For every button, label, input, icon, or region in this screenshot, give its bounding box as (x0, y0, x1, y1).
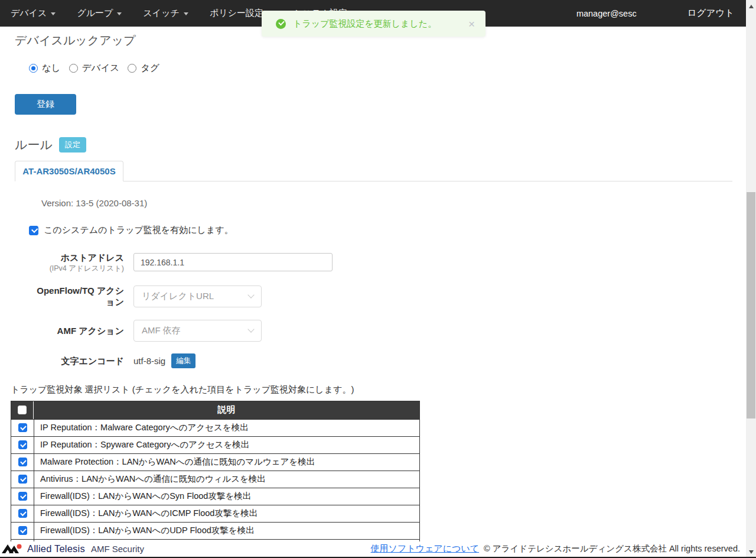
header-check-cell (11, 401, 34, 419)
trap-target-caption: トラップ監視対象 選択リスト (チェックを入れた項目をトラップ監視対象にします。… (11, 384, 746, 395)
table-row: Malware Protection：LANからWANへの通信に既知のマルウェア… (11, 453, 419, 471)
amf-action-select[interactable]: AMF 依存 (133, 320, 262, 342)
encoding-row: 文字エンコード utf-8-sig 編集 (29, 353, 746, 368)
table-header-row: 説明 (11, 401, 419, 419)
row-check-cell (11, 437, 34, 453)
toast-message: トラップ監視設定を更新しました。 (293, 18, 461, 30)
host-address-input[interactable] (133, 253, 333, 271)
nav-right: manager@sesc ログアウト (576, 7, 734, 20)
radio-option-label: なし (42, 62, 61, 74)
table-row: Firewall(IDS)：LANからWANへのICMP Flood攻撃を検出 (11, 505, 419, 522)
main-content: デバイスルックアップ なし デバイス タグ 登録 ルール 設定 AT-AR305… (0, 27, 746, 541)
row-checkbox[interactable] (18, 458, 27, 466)
row-description: Malware Protection：LANからWANへの通信に既知のマルウェア… (34, 454, 419, 471)
footer-right: 使用ソフトウェアについて © アライドテレシスホールディングス株式会社 All … (371, 543, 741, 554)
openflow-action-select[interactable]: リダイレクトURL (133, 286, 262, 307)
row-description: Antivirus：LANからWANへの通信に既知のウィルスを検出 (34, 471, 419, 488)
rule-title: ルール (15, 137, 53, 153)
table-row: Antivirus：LANからWANへの通信に既知のウィルスを検出 (11, 471, 419, 488)
radio-icon[interactable] (128, 64, 136, 73)
row-description: Firewall(IDS)：LANからWANへのUDP Flood攻撃を検出 (34, 523, 419, 539)
nav-menu-item[interactable]: グループ (77, 8, 122, 19)
lookup-radio-option[interactable]: デバイス (69, 62, 119, 74)
product-name: AMF Security (91, 544, 144, 554)
row-check-cell (11, 454, 34, 471)
logout-button[interactable]: ログアウト (687, 7, 734, 20)
rule-form: ホストアドレス (IPv4 アドレスリスト) OpenFlow/TQ アクション… (29, 252, 746, 368)
chevron-down-icon (117, 12, 122, 15)
nav-menu-item[interactable]: デバイス (11, 8, 56, 19)
row-check-cell (11, 505, 34, 522)
trap-enable-label: このシステムのトラップ監視を有効にします。 (44, 225, 233, 236)
openflow-action-row: OpenFlow/TQ アクション リダイレクトURL (29, 285, 746, 308)
lookup-radio-option[interactable]: なし (29, 62, 61, 74)
encoding-edit-button[interactable]: 編集 (171, 353, 195, 368)
chevron-down-icon (51, 12, 56, 15)
success-check-icon (276, 19, 286, 29)
select-all-checkbox[interactable] (18, 405, 27, 414)
lookup-submit-button[interactable]: 登録 (15, 94, 76, 115)
table-row: Firewall(IDS)：LANからWANへのSyn Flood攻撃を検出 (11, 488, 419, 505)
table-row: IP Reputation：Spyware Categoryへのアクセスを検出 (11, 436, 419, 453)
radio-option-label: タグ (141, 62, 159, 74)
radio-icon[interactable] (69, 64, 78, 73)
logged-in-user: manager@sesc (576, 9, 637, 18)
row-check-cell (11, 420, 34, 436)
row-description: Firewall(IDS)：LANからWANへのICMP Flood攻撃を検出 (34, 505, 419, 522)
lookup-radio-group: なし デバイス タグ (29, 62, 746, 74)
version-text: Version: 13-5 (2020-08-31) (41, 198, 746, 208)
tab-ar3050s-ar4050s[interactable]: AT-AR3050S/AR4050S (15, 161, 123, 181)
row-checkbox[interactable] (18, 423, 27, 432)
chevron-down-icon (247, 326, 254, 333)
nav-menu-item-label: デバイス (11, 8, 47, 19)
nav-menu-item-label: グループ (77, 8, 113, 19)
row-description: IP Reputation：Spyware Categoryへのアクセスを検出 (34, 437, 419, 453)
page-footer: Allied Telesis AMF Security 使用ソフトウェアについて… (0, 541, 746, 557)
radio-icon[interactable] (29, 64, 38, 73)
software-info-link[interactable]: 使用ソフトウェアについて (371, 543, 480, 554)
trap-target-table: 説明 IP Reputation：Malware Categoryへのアクセスを… (11, 401, 420, 541)
chevron-down-icon (247, 292, 254, 299)
nav-menu-item[interactable]: スイッチ (143, 8, 188, 19)
brand-name: Allied Telesis (27, 543, 85, 554)
table-row: Firewall(IDS)：LANからWANへのUDP Flood攻撃を検出 (11, 522, 419, 539)
amf-action-value: AMF 依存 (142, 325, 181, 336)
lookup-radio-option[interactable]: タグ (128, 62, 159, 74)
encoding-label: 文字エンコード (29, 355, 124, 367)
nav-menu-item-label: スイッチ (143, 8, 179, 19)
trap-target-section: トラップ監視対象 選択リスト (チェックを入れた項目をトラップ監視対象にします。… (11, 384, 746, 541)
allied-telesis-logo: Allied Telesis (1, 543, 85, 554)
description-column-header: 説明 (34, 404, 419, 416)
row-check-cell (11, 471, 34, 488)
row-check-cell (11, 488, 34, 505)
host-address-label: ホストアドレス (IPv4 アドレスリスト) (29, 252, 124, 273)
rule-header: ルール 設定 (15, 137, 746, 153)
amf-action-row: AMF アクション AMF 依存 (29, 320, 746, 342)
vertical-scrollbar[interactable] (746, 0, 756, 558)
trap-enable-row: このシステムのトラップ監視を有効にします。 (29, 225, 746, 236)
row-checkbox[interactable] (18, 475, 27, 484)
scroll-up-icon[interactable] (746, 1, 756, 11)
success-toast: トラップ監視設定を更新しました。 × (262, 11, 485, 37)
row-checkbox[interactable] (18, 509, 27, 518)
rule-tab-body: Version: 13-5 (2020-08-31) このシステムのトラップ監視… (15, 181, 746, 368)
table-body: IP Reputation：Malware Categoryへのアクセスを検出 … (11, 419, 419, 541)
scroll-down-icon[interactable] (746, 547, 756, 557)
trap-enable-checkbox[interactable] (29, 226, 38, 235)
rule-settings-badge[interactable]: 設定 (59, 137, 86, 153)
row-checkbox[interactable] (18, 440, 27, 449)
row-checkbox[interactable] (18, 492, 27, 501)
scrollbar-thumb[interactable] (747, 192, 755, 418)
row-checkbox[interactable] (18, 526, 27, 535)
nav-menu-item-label: ポリシー設定 (210, 8, 263, 19)
chevron-down-icon (184, 12, 188, 15)
row-description: IP Reputation：Malware Categoryへのアクセスを検出 (34, 420, 419, 436)
toast-close-icon[interactable]: × (468, 18, 475, 30)
openflow-action-label: OpenFlow/TQ アクション (29, 285, 124, 308)
copyright-text: © アライドテレシスホールディングス株式会社 All rights reserv… (484, 543, 740, 554)
app-window: デバイス グループ スイッチ ポリシー設定 システム設定 AMF manager… (0, 0, 756, 558)
amf-action-label: AMF アクション (29, 325, 124, 337)
encoding-value: utf-8-sig (133, 356, 165, 366)
radio-option-label: デバイス (82, 62, 119, 74)
table-row: IP Reputation：Malware Categoryへのアクセスを検出 (11, 419, 419, 436)
